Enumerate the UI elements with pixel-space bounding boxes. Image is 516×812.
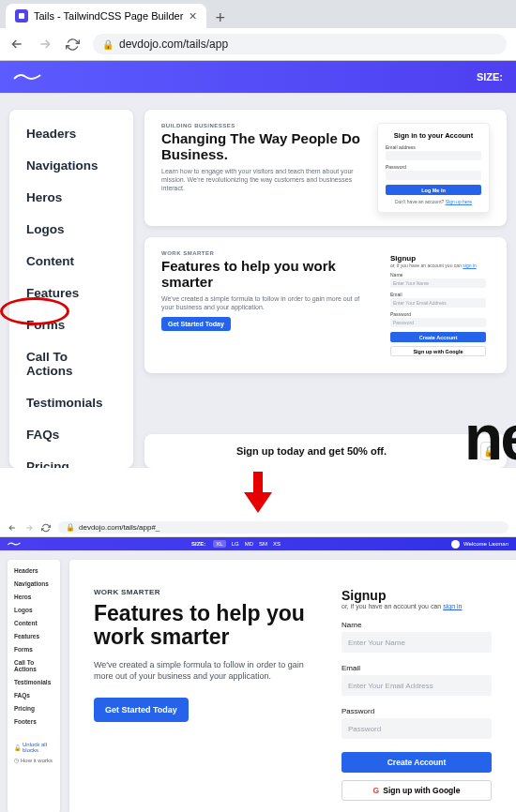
address-bar: 🔒 devdojo.com/tails/app	[0, 28, 516, 60]
lock-icon: 🔒	[66, 523, 75, 532]
size-md[interactable]: MD	[245, 541, 253, 547]
form-subtitle: or, if you have an account you can sign …	[390, 263, 486, 268]
new-tab-button[interactable]: +	[206, 8, 235, 28]
reload-icon[interactable]	[41, 523, 51, 533]
sidebar-item-headers[interactable]: Headers	[14, 567, 53, 574]
name-field[interactable]: Enter Your Name	[390, 278, 486, 288]
size-xs[interactable]: XS	[273, 541, 281, 547]
password-input[interactable]	[341, 718, 492, 739]
close-icon[interactable]: ×	[189, 8, 196, 23]
forward-icon[interactable]	[24, 523, 34, 533]
google-signup-button[interactable]: GSign up with Google	[341, 780, 492, 801]
sidebar-item-faqs[interactable]: FAQs	[26, 428, 116, 442]
sidebar-item-testimonials[interactable]: Testimonials	[26, 396, 116, 410]
password-label: Password	[390, 311, 486, 317]
card-body: We've created a simple formula to follow…	[161, 294, 372, 311]
form-title: Signup	[390, 254, 486, 263]
get-started-button[interactable]: Get Started Today	[161, 317, 231, 331]
form-title: Signup	[341, 588, 492, 603]
back-icon[interactable]	[9, 37, 24, 52]
size-selector: SIZE: XL LG MD SM XS	[191, 540, 281, 548]
create-account-button[interactable]: Create Account	[341, 752, 492, 773]
form-subtitle: or, if you have an account you can sign …	[341, 603, 492, 609]
sidebar-item-heros[interactable]: Heros	[14, 594, 53, 600]
lock-icon: 🔒	[102, 39, 114, 50]
app-top-bar-bottom: SIZE: XL LG MD SM XS ☺ Welcome Laxman	[0, 537, 516, 550]
unlock-blocks-link[interactable]: 🔓Unlock all blocks	[14, 742, 53, 753]
password-field[interactable]	[386, 171, 481, 180]
sidebar-item-navigations[interactable]: Navigations	[14, 580, 53, 587]
back-icon[interactable]	[8, 523, 17, 533]
eyebrow: WORK SMARTER	[94, 588, 313, 596]
signup-mini-form: Signup or, if you have an account you ca…	[387, 250, 490, 360]
signin-link[interactable]: sign in	[463, 263, 476, 268]
sidebar-item-headers[interactable]: Headers	[26, 127, 116, 141]
signin-link[interactable]: sign in	[443, 603, 462, 609]
sidebar-item-pricing[interactable]: Pricing	[14, 705, 53, 712]
address-field[interactable]: 🔒 devdojo.com/tails/app	[93, 34, 507, 54]
get-started-button[interactable]: Get Started Today	[94, 698, 189, 722]
block-preview-1[interactable]: BUILDING BUSINESSES Changing The Way Peo…	[144, 110, 507, 226]
sidebar-item-cta[interactable]: Call To Actions	[14, 659, 53, 672]
preview-canvas-top: BUILDING BUSINESSES Changing The Way Peo…	[144, 110, 507, 468]
sidebar-item-cta[interactable]: Call To Actions	[26, 350, 116, 378]
email-input[interactable]	[341, 675, 492, 696]
tab-bar: Tails - TailwindCSS Page Builder × +	[0, 0, 516, 28]
size-lg[interactable]: LG	[232, 541, 239, 547]
card-title: Changing The Way People Do Business.	[161, 130, 362, 163]
sidebar-item-features[interactable]: Features	[26, 286, 116, 300]
app-workspace-bottom: Headers Navigations Heros Logos Content …	[0, 550, 516, 812]
eyebrow: BUILDING BUSINESSES	[161, 123, 362, 128]
sidebar-item-logos[interactable]: Logos	[14, 607, 53, 613]
browser-tab[interactable]: Tails - TailwindCSS Page Builder ×	[6, 4, 206, 28]
sidebar-item-forms[interactable]: Forms	[26, 318, 116, 332]
category-sidebar-bottom: Headers Navigations Heros Logos Content …	[8, 560, 60, 812]
password-field[interactable]: Password	[390, 318, 486, 327]
strip-text: Sign up today and get 50% off.	[236, 445, 387, 457]
name-input[interactable]	[341, 632, 492, 653]
signup-link[interactable]: Sign up here	[446, 199, 472, 204]
size-xl[interactable]: XL	[213, 540, 225, 548]
size-sm[interactable]: SM	[259, 541, 267, 547]
welcome-text: Welcome Laxman	[463, 541, 508, 547]
sidebar-item-forms[interactable]: Forms	[14, 646, 53, 653]
password-label: Password	[386, 164, 481, 170]
sidebar-item-heros[interactable]: Heros	[26, 190, 116, 204]
name-label: Name	[390, 272, 486, 278]
annotation-arrow-icon	[244, 472, 272, 513]
lock-icon: 🔒	[480, 442, 499, 460]
size-label: SIZE:	[191, 541, 205, 547]
email-field[interactable]: Enter Your Email Address	[390, 298, 486, 308]
google-signup-button[interactable]: Sign up with Google	[390, 346, 486, 356]
sidebar-item-pricing[interactable]: Pricing	[26, 459, 116, 468]
sidebar-item-testimonials[interactable]: Testimonials	[14, 679, 53, 685]
page-title: Features to help you work smarter	[94, 602, 313, 650]
password-label: Password	[341, 707, 492, 715]
sidebar-item-content[interactable]: Content	[14, 620, 53, 626]
sidebar-item-content[interactable]: Content	[26, 254, 116, 268]
avatar-icon: ☺	[451, 540, 460, 549]
url-text: devdojo.com/tails/app	[119, 38, 228, 51]
category-sidebar-top: Headers Navigations Heros Logos Content …	[9, 110, 133, 468]
block-preview-3[interactable]: Sign up today and get 50% off. 🔒	[144, 434, 507, 468]
address-field-bottom[interactable]: 🔒 devdojo.com/tails/app#_	[58, 521, 508, 534]
login-button[interactable]: Log Me In	[386, 185, 481, 195]
tails-logo-icon	[13, 70, 41, 83]
app-workspace-top: Headers Navigations Heros Logos Content …	[0, 93, 516, 468]
create-account-button[interactable]: Create Account	[390, 332, 486, 342]
clock-icon: ◷	[14, 757, 19, 763]
block-preview-2[interactable]: WORK SMARTER Features to help you work s…	[144, 237, 507, 373]
email-field[interactable]	[386, 151, 481, 160]
preview-canvas-bottom: WORK SMARTER Features to help you work s…	[69, 560, 516, 812]
user-menu[interactable]: ☺ Welcome Laxman	[451, 540, 508, 549]
reload-icon[interactable]	[66, 38, 80, 52]
sidebar-item-faqs[interactable]: FAQs	[14, 692, 53, 699]
how-it-works-link[interactable]: ◷How it works	[14, 757, 53, 763]
sidebar-item-navigations[interactable]: Navigations	[26, 158, 116, 173]
sidebar-item-logos[interactable]: Logos	[26, 222, 116, 236]
address-bar-bottom: 🔒 devdojo.com/tails/app#_	[0, 519, 516, 537]
forward-icon[interactable]	[38, 37, 53, 52]
google-icon: G	[373, 786, 380, 795]
sidebar-item-footers[interactable]: Footers	[14, 718, 53, 725]
sidebar-item-features[interactable]: Features	[14, 633, 53, 639]
